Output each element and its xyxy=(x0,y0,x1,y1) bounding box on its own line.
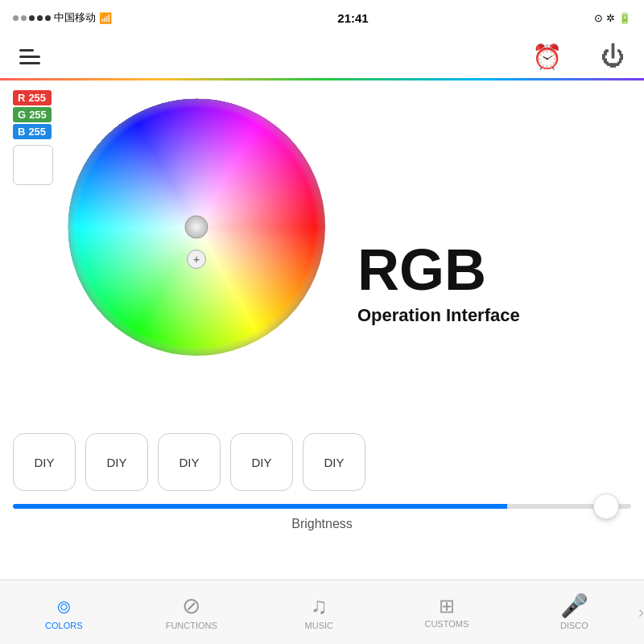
power-icon[interactable]: ⏻ xyxy=(601,43,625,71)
diy-button-3[interactable]: DIY xyxy=(158,433,221,491)
rgb-subtitle: Operation Interface xyxy=(357,305,520,326)
blue-label: B 255 xyxy=(13,124,52,139)
blue-letter: B xyxy=(18,126,25,138)
tab-bar: ⌾ COLORS ⊘ FUNCTIONS ♫ MUSIC ⊞ CUSTOMS 🎤… xyxy=(0,580,644,644)
disco-label: DISCO xyxy=(560,621,588,630)
diy-row: DIY DIY DIY DIY DIY xyxy=(13,420,631,504)
dot4 xyxy=(37,15,43,21)
functions-label: FUNCTIONS xyxy=(166,621,217,630)
nav-bar: ⏰ ⏻ xyxy=(0,35,644,80)
functions-icon: ⊘ xyxy=(182,595,200,617)
tab-music[interactable]: ♫ MUSIC xyxy=(255,595,383,630)
status-bar: 中国移动 📶 21:41 ⊙ ✲ 🔋 xyxy=(0,0,644,35)
music-label: MUSIC xyxy=(305,621,333,630)
diy-button-4[interactable]: DIY xyxy=(230,433,293,491)
diy-button-5[interactable]: DIY xyxy=(303,433,365,491)
customs-icon: ⊞ xyxy=(439,597,455,616)
brightness-row: Brightness xyxy=(13,504,631,538)
tab-colors[interactable]: ⌾ COLORS xyxy=(0,595,128,630)
status-right: ⊙ ✲ 🔋 xyxy=(594,12,631,24)
colors-label: COLORS xyxy=(45,621,82,630)
bluetooth-icon: ✲ xyxy=(606,12,615,24)
colors-icon: ⌾ xyxy=(57,595,71,617)
wheel-center-dot: + xyxy=(187,250,206,269)
color-wheel[interactable] xyxy=(68,98,325,356)
color-wheel-wrapper[interactable]: + xyxy=(68,98,325,420)
carrier-label: 中国移动 xyxy=(54,10,96,25)
red-label: R 255 xyxy=(13,90,52,105)
status-left: 中国移动 📶 xyxy=(13,10,112,25)
diy-button-2[interactable]: DIY xyxy=(85,433,148,491)
music-icon: ♫ xyxy=(311,595,328,617)
green-value: 255 xyxy=(29,109,47,121)
color-swatch xyxy=(13,145,53,185)
diy-button-1[interactable]: DIY xyxy=(13,433,76,491)
rgb-text-section: RGB Operation Interface xyxy=(357,192,631,326)
time-display: 21:41 xyxy=(337,11,368,25)
brightness-track[interactable] xyxy=(13,504,631,509)
disco-icon: 🎤 xyxy=(560,595,588,617)
alarm-icon[interactable]: ⏰ xyxy=(532,43,562,71)
dot3 xyxy=(29,15,35,21)
brightness-label: Brightness xyxy=(13,517,631,531)
target-icon: ⊙ xyxy=(594,12,603,24)
brightness-thumb[interactable] xyxy=(593,493,619,519)
customs-label: CUSTOMS xyxy=(424,619,469,629)
tab-disco[interactable]: 🎤 DISCO xyxy=(510,595,638,630)
battery-icon: 🔋 xyxy=(618,12,631,24)
nav-actions: ⏰ ⏻ xyxy=(532,43,625,71)
chevron-right-icon: › xyxy=(638,602,644,623)
menu-button[interactable] xyxy=(19,49,40,64)
rgb-title: RGB xyxy=(357,241,486,299)
green-letter: G xyxy=(18,109,26,121)
tab-functions[interactable]: ⊘ FUNCTIONS xyxy=(128,595,256,630)
red-value: 255 xyxy=(28,92,46,104)
blue-value: 255 xyxy=(28,126,46,138)
green-label: G 255 xyxy=(13,107,52,122)
wifi-icon: 📶 xyxy=(99,12,112,24)
dot5 xyxy=(45,15,51,21)
content-area: DIY DIY DIY DIY DIY Brightness xyxy=(0,420,644,538)
dot2 xyxy=(21,15,27,21)
tab-customs[interactable]: ⊞ CUSTOMS xyxy=(383,597,511,629)
signal-dots xyxy=(13,15,51,21)
rgb-labels: R 255 G 255 B 255 xyxy=(13,90,52,139)
dot1 xyxy=(13,15,19,21)
wheel-container: + RGB Operation Interface xyxy=(13,90,631,420)
red-letter: R xyxy=(18,92,25,104)
main-content: R 255 G 255 B 255 + RGB Operation Interf… xyxy=(0,80,644,420)
